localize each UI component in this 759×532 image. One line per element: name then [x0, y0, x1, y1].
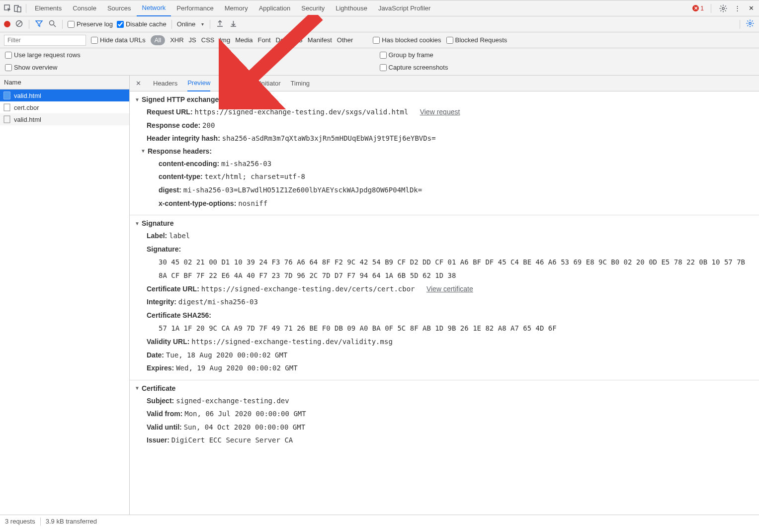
document-icon — [3, 103, 11, 111]
tab-security[interactable]: Security — [296, 0, 330, 16]
view-certificate-link[interactable]: View certificate — [426, 285, 473, 293]
group-frame-checkbox[interactable]: Group by frame — [380, 51, 755, 59]
triangle-icon[interactable]: ▼ — [135, 221, 140, 226]
svg-point-3 — [722, 7, 724, 9]
header-value: mi-sha256-03=LB7wdlHO51Z1Ze600lbYAEYsckW… — [183, 186, 422, 194]
inspect-icon[interactable] — [3, 4, 13, 12]
tab-profiler[interactable]: JavaScript Profiler — [373, 0, 436, 16]
triangle-icon[interactable]: ▼ — [135, 385, 140, 391]
network-settings-icon[interactable] — [745, 19, 755, 29]
download-icon[interactable] — [229, 20, 238, 29]
request-row[interactable]: cert.cbor — [0, 101, 129, 113]
header-key: content-encoding: — [159, 160, 219, 168]
tab-initiator[interactable]: Initiator — [259, 76, 281, 91]
sig-signature-key: Signature: — [147, 245, 181, 253]
triangle-icon[interactable]: ▼ — [135, 97, 140, 102]
view-request-link[interactable]: View request — [420, 108, 460, 116]
certificate-title: Certificate — [142, 384, 175, 392]
request-name: valid.html — [14, 92, 41, 99]
filter-font[interactable]: Font — [258, 36, 271, 44]
filter-ws[interactable]: WS — [292, 36, 303, 44]
hide-data-urls-label: Hide data URLs — [100, 36, 146, 44]
disable-cache-checkbox[interactable]: Disable cache — [117, 20, 167, 28]
error-badge[interactable]: ✕1 — [692, 5, 704, 12]
filter-other[interactable]: Other — [337, 36, 353, 44]
tab-headers[interactable]: Headers — [153, 76, 177, 91]
document-icon — [3, 115, 11, 123]
preserve-log-checkbox[interactable]: Preserve log — [68, 20, 113, 28]
tab-elements[interactable]: Elements — [29, 0, 67, 16]
filter-icon[interactable] — [34, 20, 44, 29]
device-icon[interactable] — [13, 4, 23, 12]
request-row[interactable]: valid.html — [0, 113, 129, 125]
capture-screenshots-checkbox[interactable]: Capture screenshots — [380, 64, 755, 71]
detail-tabs: ✕ Headers Preview Response Initiator Tim… — [130, 76, 759, 91]
sig-validity-url-value: https://signed-exchange-testing.dev/vali… — [191, 338, 393, 346]
filter-all[interactable]: All — [151, 35, 165, 45]
blocked-cookies-label: Has blocked cookies — [382, 36, 441, 44]
upload-icon[interactable] — [215, 20, 225, 29]
capture-screenshots-label: Capture screenshots — [389, 64, 448, 71]
svg-line-9 — [725, 10, 726, 11]
svg-line-15 — [54, 25, 56, 27]
tab-timing[interactable]: Timing — [291, 76, 310, 91]
request-name: cert.cbor — [14, 104, 39, 111]
status-requests: 3 requests — [5, 518, 35, 525]
blocked-cookies-checkbox[interactable]: Has blocked cookies — [373, 36, 441, 44]
close-icon[interactable]: ✕ — [746, 4, 756, 12]
request-row[interactable]: valid.html — [0, 89, 129, 101]
svg-line-13 — [17, 21, 21, 26]
close-detail-icon[interactable]: ✕ — [134, 80, 143, 87]
requests-pane: Name valid.html cert.cbor valid.html — [0, 76, 130, 515]
status-transferred: 3.9 kB transferred — [46, 518, 97, 525]
tab-network[interactable]: Network — [137, 0, 171, 16]
status-bar: 3 requests 3.9 kB transferred — [0, 515, 759, 528]
learn-more-link[interactable]: Learn more — [237, 95, 274, 103]
search-icon[interactable] — [48, 20, 57, 29]
kebab-icon[interactable]: ⋮ — [732, 4, 742, 12]
filter-manifest[interactable]: Manifest — [308, 36, 332, 44]
triangle-icon[interactable]: ▼ — [141, 148, 146, 154]
svg-line-25 — [748, 25, 749, 26]
filter-xhr[interactable]: XHR — [170, 36, 183, 44]
blocked-requests-label: Blocked Requests — [455, 36, 507, 44]
tab-console[interactable]: Console — [67, 0, 102, 16]
filter-bar: Hide data URLs All XHR JS CSS Img Media … — [0, 32, 759, 48]
hide-data-urls-checkbox[interactable]: Hide data URLs — [91, 36, 146, 44]
filter-input[interactable] — [4, 35, 86, 46]
view-options: Use large request rows Group by frame Sh… — [0, 48, 759, 76]
request-list: valid.html cert.cbor valid.html — [0, 89, 129, 515]
filter-css[interactable]: CSS — [201, 36, 215, 44]
svg-point-18 — [749, 22, 751, 24]
detail-pane: ✕ Headers Preview Response Initiator Tim… — [130, 76, 759, 515]
filter-media[interactable]: Media — [235, 36, 253, 44]
throttling-select[interactable]: Online — [177, 20, 205, 28]
tab-sources[interactable]: Sources — [102, 0, 137, 16]
filter-js[interactable]: JS — [189, 36, 196, 44]
group-frame-label: Group by frame — [389, 51, 433, 59]
blocked-requests-checkbox[interactable]: Blocked Requests — [446, 36, 507, 44]
record-icon[interactable] — [4, 21, 10, 27]
name-column-header[interactable]: Name — [0, 76, 129, 89]
large-rows-checkbox[interactable]: Use large request rows — [5, 51, 380, 59]
network-toolbar: Preserve log Disable cache Online — [0, 16, 759, 32]
detail-body: ▼Signed HTTP exchangeLearn more Request … — [130, 91, 759, 515]
preserve-log-label: Preserve log — [77, 20, 113, 28]
gear-icon[interactable] — [718, 4, 728, 12]
tab-preview[interactable]: Preview — [187, 76, 210, 91]
tab-memory[interactable]: Memory — [219, 0, 253, 16]
svg-rect-2 — [17, 7, 21, 12]
cert-until-value: Sun, 04 Oct 2020 00:00:00 GMT — [184, 423, 305, 431]
tab-performance[interactable]: Performance — [171, 0, 219, 16]
filter-doc[interactable]: Doc — [276, 36, 287, 44]
tab-lighthouse[interactable]: Lighthouse — [330, 0, 373, 16]
svg-rect-28 — [4, 92, 10, 99]
show-overview-checkbox[interactable]: Show overview — [5, 64, 380, 71]
tab-application[interactable]: Application — [253, 0, 296, 16]
svg-line-8 — [721, 5, 722, 6]
clear-icon[interactable] — [14, 20, 24, 29]
cert-subject-key: Subject: — [147, 397, 174, 405]
sig-label-key: Label: — [147, 232, 167, 240]
tab-response[interactable]: Response — [220, 76, 250, 91]
filter-img[interactable]: Img — [219, 36, 230, 44]
